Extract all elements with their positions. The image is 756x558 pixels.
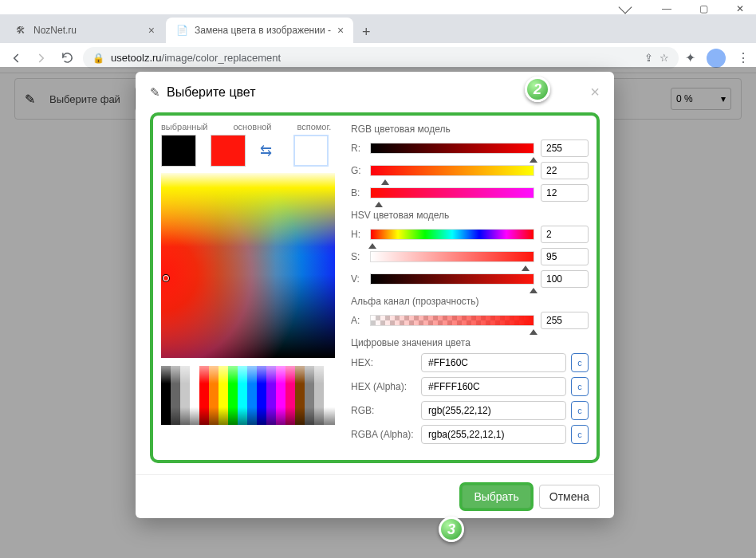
maximize-button[interactable]: ▢ [695, 3, 711, 14]
swatch-primary[interactable] [211, 135, 246, 167]
slider-v[interactable] [370, 273, 534, 285]
slider-b[interactable] [370, 187, 534, 198]
slider-s[interactable] [370, 251, 534, 262]
label-secondary: вспомог. [297, 122, 332, 132]
input-a[interactable] [541, 312, 589, 329]
tab-title: NozNet.ru [33, 25, 77, 36]
input-hex[interactable] [421, 353, 566, 372]
input-rgba-text[interactable] [421, 425, 566, 444]
profile-avatar[interactable] [707, 49, 726, 68]
reload-button[interactable] [57, 49, 77, 68]
annotation-badge-2: 2 [525, 77, 550, 102]
lock-icon: 🔒 [93, 53, 104, 64]
label-rgba: RGBA (Alpha): [351, 429, 416, 440]
section-hsv: HSV цветовая модель [351, 210, 589, 221]
copy-hex-button[interactable]: c [571, 353, 589, 372]
modal-title: Выберите цвет [167, 85, 256, 100]
forward-button [32, 49, 51, 68]
copy-rgb-button[interactable]: c [571, 401, 589, 420]
favicon-icon: 📄 [175, 24, 188, 37]
minimize-button[interactable]: — [659, 3, 675, 14]
modal-footer: Выбрать Отмена [136, 474, 614, 518]
color-field[interactable] [161, 173, 335, 358]
tab-strip: 🛠 NozNet.ru × 📄 Замена цвета в изображен… [0, 14, 756, 43]
swatch-selected[interactable] [161, 135, 196, 167]
input-rgb-text[interactable] [421, 401, 566, 420]
close-tab-icon[interactable]: × [337, 24, 344, 37]
color-palette[interactable] [161, 366, 335, 425]
slider-a[interactable] [370, 315, 534, 326]
swap-icon[interactable]: ⇆ [260, 142, 279, 159]
tab-noznet[interactable]: 🛠 NozNet.ru × [5, 18, 164, 43]
color-field-cursor[interactable] [163, 275, 169, 281]
url-text: usetoolz.ru/image/color_replacement [111, 52, 281, 64]
back-button[interactable] [6, 49, 26, 68]
label-selected: выбранный [161, 122, 208, 132]
swatch-secondary[interactable] [293, 135, 329, 167]
new-tab-button[interactable]: + [355, 21, 377, 43]
input-b[interactable] [541, 184, 589, 202]
extensions-icon[interactable]: ✦ [685, 50, 695, 65]
copy-rgba-button[interactable]: c [571, 425, 589, 444]
label-rgb: RGB: [351, 405, 416, 416]
address-bar[interactable]: 🔒 usetoolz.ru/image/color_replacement ⇪ … [83, 47, 679, 69]
window-dropdown-icon[interactable] [619, 1, 632, 14]
select-button[interactable]: Выбрать [462, 485, 530, 509]
section-rgb: RGB цветовая модель [351, 124, 589, 135]
label-primary: основной [234, 122, 272, 132]
slider-h[interactable] [370, 229, 534, 240]
section-alpha: Альфа канал (прозрачность) [351, 296, 589, 307]
input-hexa[interactable] [421, 377, 566, 396]
edit-icon: ✎ [150, 85, 160, 100]
label-hexa: HEX (Alpha): [351, 381, 416, 392]
favicon-icon: 🛠 [14, 24, 27, 37]
share-icon[interactable]: ⇪ [644, 52, 653, 64]
input-s[interactable] [541, 248, 589, 265]
input-g[interactable] [541, 162, 589, 179]
input-h[interactable] [541, 226, 589, 243]
tab-title: Замена цвета в изображении - [195, 25, 331, 36]
copy-hexa-button[interactable]: c [571, 377, 589, 396]
label-hex: HEX: [351, 357, 416, 368]
close-window-button[interactable]: ✕ [732, 3, 748, 14]
cancel-button[interactable]: Отмена [539, 485, 600, 509]
color-picker-modal: ✎ Выберите цвет × выбранный основной всп… [136, 72, 614, 518]
input-v[interactable] [541, 270, 589, 288]
modal-close-button[interactable]: × [590, 83, 600, 101]
close-tab-icon[interactable]: × [148, 24, 155, 37]
tab-usetoolz[interactable]: 📄 Замена цвета в изображении - × [166, 18, 353, 43]
slider-r[interactable] [370, 143, 534, 154]
star-icon[interactable]: ☆ [660, 52, 669, 64]
annotation-frame: выбранный основной вспомог. ⇆ RGB цветов… [150, 112, 600, 463]
annotation-badge-3: 3 [439, 517, 464, 542]
section-digital: Цифровые значения цвета [351, 337, 589, 348]
slider-g[interactable] [370, 165, 534, 176]
menu-icon[interactable]: ⋮ [737, 50, 750, 65]
input-r[interactable] [541, 140, 589, 157]
